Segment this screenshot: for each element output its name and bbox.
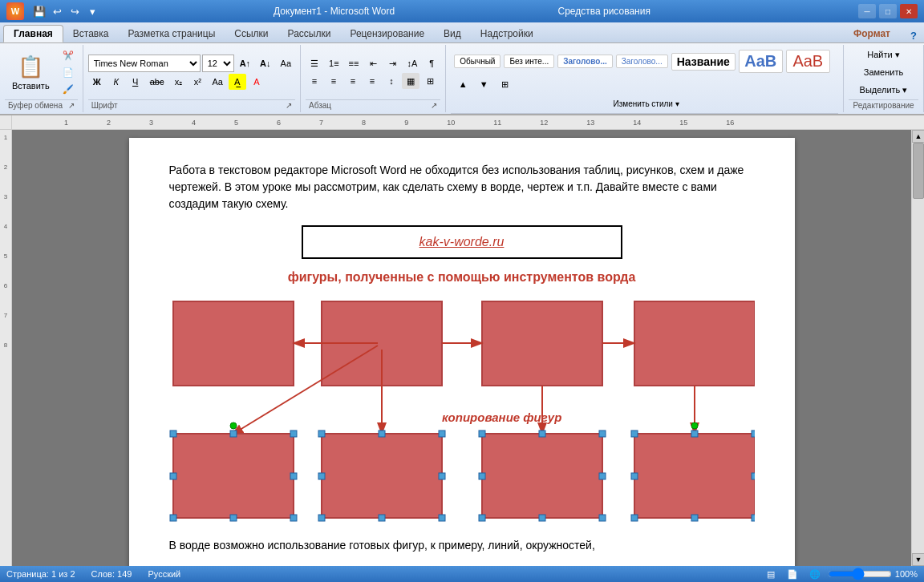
underline-btn[interactable]: Ч [127, 74, 144, 90]
maximize-btn[interactable]: □ [879, 4, 897, 18]
para-expand[interactable]: ↗ [431, 101, 437, 110]
style-heading1[interactable]: Заголово... [557, 55, 613, 68]
word-count: Слов: 149 [91, 569, 132, 579]
align-justify-btn[interactable]: ≡ [363, 73, 381, 89]
scrollbar-right[interactable]: ▲ ▼ [911, 130, 924, 566]
svg-point-20 [230, 422, 237, 429]
tab-view[interactable]: Вид [434, 25, 471, 42]
svg-rect-30 [482, 434, 602, 518]
figures-diagram: копирование фигур [169, 297, 755, 532]
shading-btn[interactable]: ▦ [402, 73, 419, 89]
svg-rect-27 [318, 515, 325, 521]
style-no-spacing[interactable]: Без инте... [504, 55, 554, 68]
scroll-up-btn[interactable]: ▲ [912, 130, 924, 143]
borders-btn[interactable]: ⊞ [421, 73, 439, 89]
font-expand[interactable]: ↗ [286, 101, 292, 110]
tab-page-layout[interactable]: Разметка страницы [118, 25, 225, 42]
numbering-btn[interactable]: 1≡ [325, 55, 343, 71]
quick-undo-btn[interactable]: ↩ [50, 4, 64, 18]
increase-font-btn[interactable]: A↑ [236, 55, 254, 71]
tab-review[interactable]: Рецензирование [340, 25, 434, 42]
tab-mailings[interactable]: Рассылки [278, 25, 341, 42]
svg-rect-22 [318, 430, 325, 437]
scroll-down-btn[interactable]: ▼ [912, 553, 924, 566]
paste-btn[interactable]: 📋 Вставить [5, 51, 57, 95]
highlight-btn[interactable]: А̲ [229, 74, 246, 90]
style-aa[interactable]: AaB [739, 50, 783, 73]
office-logo[interactable]: W [6, 2, 24, 20]
tab-format[interactable]: Формат [844, 25, 900, 42]
align-center-btn[interactable]: ≡ [325, 73, 342, 89]
decrease-font-btn[interactable]: A↓ [256, 55, 274, 71]
styles-scroll-up[interactable]: ▲ [454, 76, 472, 92]
svg-rect-34 [479, 473, 485, 479]
tab-home[interactable]: Главная [3, 25, 63, 42]
svg-rect-14 [290, 430, 297, 437]
tab-insert[interactable]: Вставка [63, 25, 119, 42]
clear-format-btn[interactable]: Aa [277, 55, 295, 71]
style-aa2[interactable]: AaB [786, 50, 830, 73]
svg-rect-39 [634, 434, 755, 518]
sort-btn[interactable]: ↕A [403, 55, 421, 71]
style-normal[interactable]: Обычный [454, 55, 500, 68]
font-size-select[interactable]: 12 [202, 55, 234, 72]
zoom-slider[interactable] [828, 568, 892, 580]
font-case-btn[interactable]: Аа [208, 74, 227, 90]
view-web-btn[interactable]: 🌐 [805, 566, 825, 582]
format-painter-btn[interactable]: 🖌️ [59, 81, 78, 97]
align-left-btn[interactable]: ≡ [306, 73, 323, 89]
multilevel-btn[interactable]: ≡≡ [345, 55, 363, 71]
view-normal-btn[interactable]: ▤ [762, 566, 780, 582]
show-marks-btn[interactable]: ¶ [423, 55, 440, 71]
italic-btn[interactable]: К [107, 74, 125, 90]
group-styles: Обычный Без инте... Заголово... Заголово… [446, 45, 844, 112]
find-btn[interactable]: Найти ▾ [856, 46, 912, 63]
clipboard-expand[interactable]: ↗ [68, 101, 75, 110]
tab-references[interactable]: Ссылки [225, 25, 278, 42]
style-title[interactable]: Название [671, 53, 736, 71]
svg-rect-29 [439, 515, 445, 521]
view-print-btn[interactable]: 📄 [783, 566, 802, 582]
page-area[interactable]: Работа в текстовом редакторе Microsoft W… [12, 130, 911, 566]
copy-btn[interactable]: 📄 [59, 64, 78, 80]
help-btn[interactable]: ? [906, 28, 921, 42]
bold-btn[interactable]: Ж [88, 74, 106, 90]
close-btn[interactable]: ✕ [900, 4, 918, 18]
font-color-btn[interactable]: А [248, 74, 265, 90]
bottom-paragraph: В ворде возможно использование готовых ф… [169, 539, 755, 552]
bullets-btn[interactable]: ☰ [306, 55, 323, 71]
style-heading2[interactable]: Заголово... [616, 55, 668, 68]
subscript-btn[interactable]: x₂ [169, 74, 187, 90]
quick-menu-btn[interactable]: ▾ [85, 4, 99, 18]
align-right-btn[interactable]: ≡ [344, 73, 362, 89]
group-font: Times New Roman 12 A↑ A↓ Aa Ж К Ч abc x₂… [83, 45, 301, 112]
quick-redo-btn[interactable]: ↪ [67, 4, 82, 18]
ruler-marks: 12345678910111213141516 [64, 119, 734, 127]
window-controls: ─ □ ✕ [858, 4, 918, 18]
change-styles-btn[interactable]: Изменить стили ▾ [609, 95, 683, 111]
font-name-select[interactable]: Times New Roman [88, 55, 201, 72]
scroll-thumb[interactable] [913, 143, 924, 199]
ribbon-tabs: Главная Вставка Разметка страницы Ссылки… [0, 22, 924, 43]
cut-btn[interactable]: ✂️ [59, 47, 78, 63]
tab-addins[interactable]: Надстройки [471, 25, 543, 42]
paragraph-label: Абзац↗ [306, 99, 440, 111]
font-row2: Ж К Ч abc x₂ x² Аа А̲ А [88, 74, 295, 90]
font-label: Шрифт↗ [88, 99, 295, 111]
scroll-track[interactable] [912, 143, 924, 553]
styles-scroll-dn[interactable]: ▼ [475, 76, 492, 92]
minimize-btn[interactable]: ─ [858, 4, 876, 18]
svg-rect-35 [599, 473, 606, 479]
replace-btn[interactable]: Заменить [856, 64, 912, 80]
superscript-btn[interactable]: x² [188, 74, 206, 90]
clipboard-small-btns: ✂️ 📄 🖌️ [59, 47, 78, 97]
line-spacing-btn[interactable]: ↕ [383, 73, 400, 89]
decrease-indent-btn[interactable]: ⇤ [364, 55, 382, 71]
styles-expand[interactable]: ⊞ [496, 76, 513, 92]
increase-indent-btn[interactable]: ⇥ [383, 55, 401, 71]
svg-point-48 [691, 422, 698, 429]
strikethrough-btn[interactable]: abc [146, 74, 168, 90]
svg-rect-21 [322, 434, 442, 518]
select-btn[interactable]: Выделить ▾ [856, 82, 912, 98]
quick-save-btn[interactable]: 💾 [32, 4, 47, 18]
